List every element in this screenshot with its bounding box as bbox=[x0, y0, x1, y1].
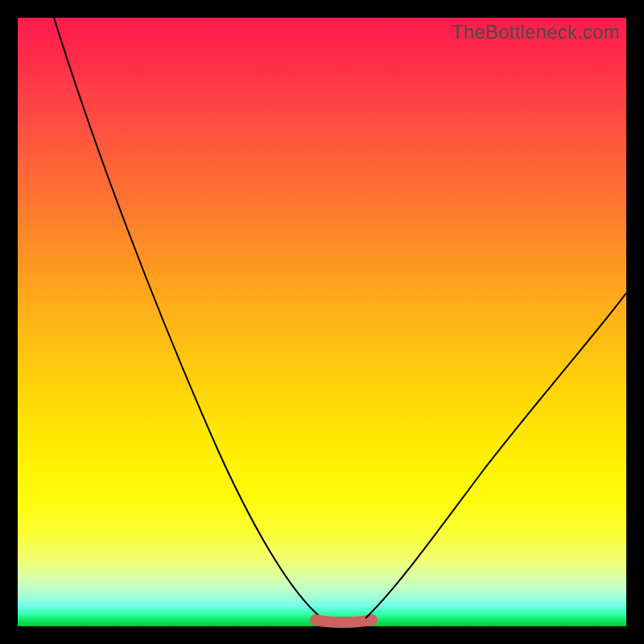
curve-right-branch bbox=[365, 293, 626, 618]
curve-flat-region bbox=[316, 620, 372, 622]
bottleneck-curve bbox=[18, 18, 626, 626]
curve-left-branch bbox=[54, 18, 322, 618]
chart-plot-area: TheBottleneck.com bbox=[18, 18, 626, 626]
chart-frame: TheBottleneck.com bbox=[0, 0, 644, 644]
